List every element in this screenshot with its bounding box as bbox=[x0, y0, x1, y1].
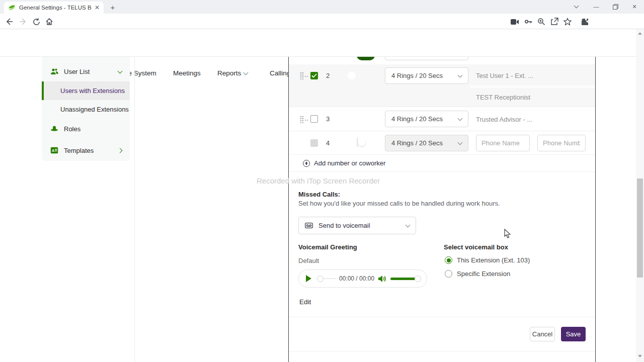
radio-this-extension-label: This Extension (Ext. 103) bbox=[457, 256, 530, 264]
sidebar: User List Users with Extensions Unassign… bbox=[42, 57, 130, 161]
destination-name: TEST Receptionist bbox=[476, 94, 530, 101]
call-handling-panel: 2 4 Rings / 20 Secs Test User 1 - Ext. .… bbox=[288, 57, 596, 362]
radio-specific-extension[interactable]: Specific Extension bbox=[445, 270, 510, 278]
toggle-knob bbox=[348, 71, 356, 79]
templates-icon: A bbox=[50, 147, 58, 154]
back-icon[interactable] bbox=[4, 17, 14, 27]
chevron-down-icon bbox=[458, 116, 463, 121]
new-tab-button[interactable]: + bbox=[109, 4, 117, 12]
scrubber-track[interactable] bbox=[324, 278, 336, 279]
chevron-down-icon bbox=[244, 70, 249, 75]
table-row: 2 4 Rings / 20 Secs Test User 1 - Ext. .… bbox=[289, 64, 595, 107]
add-row: Add number or coworker bbox=[289, 154, 595, 171]
sidebar-item-users-with-extensions[interactable]: Users with Extensions bbox=[42, 81, 130, 100]
bottom-divider bbox=[289, 351, 595, 351]
bookmark-star-icon[interactable] bbox=[562, 17, 573, 27]
add-number-label: Add number or coworker bbox=[314, 159, 385, 167]
ring-duration-select-disabled: 4 Rings / 20 Secs bbox=[385, 135, 468, 151]
add-number-link[interactable]: Add number or coworker bbox=[303, 159, 385, 167]
window-minimize-button[interactable]: — bbox=[591, 2, 601, 11]
table-row: 3 4 Rings / 20 Secs Trusted Advisor - ..… bbox=[289, 107, 595, 131]
ring-duration-value: 4 Rings / 20 Secs bbox=[391, 139, 443, 147]
destination-name: Trusted Advisor - ... bbox=[476, 116, 532, 123]
chevron-right-icon bbox=[118, 148, 123, 153]
chevron-down-icon bbox=[458, 72, 463, 77]
tab-search-icon[interactable] bbox=[571, 2, 581, 11]
window-close-button[interactable]: ✕ bbox=[629, 2, 639, 11]
greeting-value: Default bbox=[298, 257, 319, 264]
drag-handle-icon[interactable] bbox=[300, 116, 309, 125]
section-divider bbox=[289, 171, 595, 172]
sidebar-item-user-list[interactable]: User List bbox=[42, 63, 130, 80]
phone-number-input[interactable] bbox=[537, 135, 586, 151]
table-row: 4 4 Rings / 20 Secs bbox=[289, 131, 595, 154]
sidebar-item-templates[interactable]: A Templates bbox=[42, 141, 130, 160]
extensions-puzzle-icon[interactable] bbox=[580, 17, 590, 27]
drag-handle-icon[interactable] bbox=[300, 72, 309, 81]
chevron-down-icon bbox=[458, 140, 463, 145]
page-scrollbar[interactable] bbox=[636, 29, 644, 362]
greeting-audio-player: 00:00 / 00:00 bbox=[298, 269, 427, 288]
radio-unselected-icon bbox=[445, 270, 452, 278]
ring-toggle-off[interactable] bbox=[357, 137, 358, 147]
edit-greeting-link[interactable]: Edit bbox=[299, 298, 311, 306]
sidebar-item-roles[interactable]: Roles bbox=[42, 121, 130, 137]
scroll-up-icon[interactable] bbox=[638, 32, 642, 35]
playback-time: 00:00 / 00:00 bbox=[339, 275, 374, 282]
row-checkbox-disabled bbox=[310, 139, 318, 147]
footer-divider bbox=[289, 317, 595, 317]
speaker-icon[interactable] bbox=[378, 275, 386, 283]
volume-track[interactable] bbox=[390, 278, 417, 280]
browser-window: General Settings - TELUS Busines ✕ + — ✕ bbox=[0, 0, 644, 362]
missed-calls-handling-value: Send to voicemail bbox=[318, 222, 370, 229]
name-separator bbox=[470, 85, 595, 88]
share-icon[interactable] bbox=[549, 17, 559, 27]
window-restore-button[interactable] bbox=[610, 2, 620, 11]
ring-duration-value: 4 Rings / 20 Secs bbox=[391, 72, 443, 79]
nav-meetings[interactable]: Meetings bbox=[173, 69, 201, 77]
reload-icon[interactable] bbox=[31, 17, 41, 27]
ring-duration-select[interactable]: 4 Rings / 20 Secs bbox=[385, 67, 468, 84]
missed-calls-handling-select[interactable]: Send to voicemail bbox=[298, 217, 416, 234]
tab-close-icon[interactable]: ✕ bbox=[95, 5, 100, 11]
home-icon[interactable] bbox=[44, 17, 54, 27]
radio-selected-icon bbox=[445, 256, 452, 264]
row-checkbox[interactable] bbox=[310, 115, 318, 123]
scroll-down-icon[interactable] bbox=[638, 355, 642, 357]
row-number: 3 bbox=[326, 115, 330, 123]
sidebar-users-with-extensions-label: Users with Extensions bbox=[60, 87, 125, 95]
volume-handle[interactable] bbox=[415, 276, 421, 282]
cancel-button[interactable]: Cancel bbox=[530, 327, 555, 341]
ring-duration-select[interactable]: 4 Rings / 20 Secs bbox=[385, 111, 468, 127]
row-checkbox[interactable] bbox=[310, 72, 318, 79]
plus-circle-icon bbox=[303, 160, 310, 167]
nav-reports-label: Reports bbox=[217, 69, 241, 77]
scrubber-handle[interactable] bbox=[317, 276, 324, 282]
scrollbar-thumb[interactable] bbox=[637, 178, 643, 278]
nav-reports[interactable]: Reports bbox=[217, 69, 248, 77]
destination-name: Test User 1 - Ext. ... bbox=[476, 72, 533, 79]
password-key-icon[interactable] bbox=[523, 17, 533, 27]
tab-strip: General Settings - TELUS Busines ✕ + — ✕ bbox=[0, 0, 644, 14]
site-nav: Home Users Phone System Meetings Reports… bbox=[0, 29, 636, 57]
browser-tab[interactable]: General Settings - TELUS Busines ✕ bbox=[4, 2, 104, 14]
zoom-in-icon[interactable] bbox=[536, 17, 546, 27]
save-button[interactable]: Save bbox=[561, 327, 586, 341]
row-number: 4 bbox=[326, 139, 330, 147]
video-camera-icon[interactable] bbox=[510, 17, 520, 27]
telus-favicon-icon bbox=[8, 4, 16, 12]
user-list-icon bbox=[50, 68, 58, 75]
toggle-knob bbox=[348, 115, 356, 123]
sidebar-item-unassigned-extensions[interactable]: Unassigned Extensions bbox=[42, 100, 130, 119]
voicemail-greeting-title: Voicemail Greeting bbox=[298, 243, 357, 251]
radio-this-extension[interactable]: This Extension (Ext. 103) bbox=[445, 256, 530, 264]
play-icon[interactable] bbox=[306, 275, 311, 282]
mouse-cursor bbox=[504, 229, 511, 240]
ring-toggle-partial bbox=[357, 57, 375, 60]
browser-toolbar: voicemanager.businessconnect.telus.com/a… bbox=[0, 14, 644, 29]
ring-duration-value: 4 Rings / 20 Secs bbox=[391, 115, 443, 123]
chevron-down-icon bbox=[118, 68, 123, 73]
svg-text:A: A bbox=[52, 149, 54, 152]
phone-name-input[interactable] bbox=[476, 135, 530, 151]
missed-calls-title: Missed Calls: bbox=[298, 191, 340, 198]
